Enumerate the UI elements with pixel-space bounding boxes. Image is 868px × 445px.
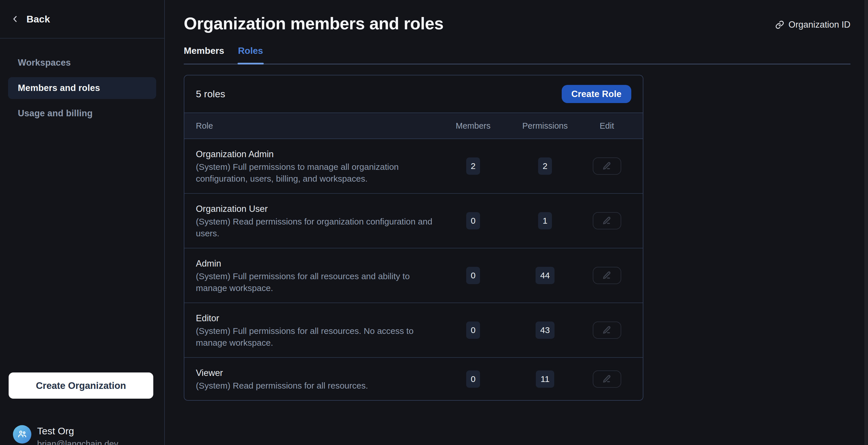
permissions-count-badge: 2 [538,157,552,175]
edit-role-button[interactable] [593,370,621,388]
organization-id-label: Organization ID [788,20,850,30]
users-icon [17,429,28,440]
role-name: Viewer [196,366,439,380]
permissions-cell: 1 [508,212,582,229]
table-row: Organization Admin (System) Full permiss… [184,139,643,194]
edit-role-button[interactable] [593,212,621,229]
role-name: Editor [196,312,439,325]
members-count-badge: 2 [466,157,480,175]
sidebar-item-members-and-roles[interactable]: Members and roles [8,77,156,99]
permissions-cell: 11 [508,370,582,388]
tab-members[interactable]: Members [184,46,224,64]
role-name: Organization Admin [196,148,439,161]
table-row: Admin (System) Full permissions for all … [184,248,643,303]
pencil-icon [602,325,612,335]
pencil-icon [602,161,612,171]
sidebar-item-label: Workspaces [18,58,71,68]
page-header: Organization members and roles Organizat… [184,0,850,34]
chevron-left-icon [11,15,20,23]
sidebar-nav: Workspaces Members and roles Usage and b… [0,38,164,124]
app-root: Back Workspaces Members and roles Usage … [0,0,868,445]
pencil-icon [602,374,612,384]
edit-cell [582,157,631,175]
edit-role-button[interactable] [593,267,621,284]
role-cell: Viewer (System) Read permissions for all… [196,366,439,391]
members-count-badge: 0 [466,267,480,284]
role-description: (System) Full permissions for all resour… [196,270,435,294]
role-name: Organization User [196,202,439,216]
members-cell: 2 [439,157,508,175]
sidebar-item-label: Usage and billing [18,108,93,119]
members-cell: 0 [439,370,508,388]
column-header-members: Members [439,121,508,131]
roles-panel-header: 5 roles Create Role [184,76,643,113]
edit-cell [582,212,631,229]
link-icon [775,20,784,29]
pencil-icon [602,216,612,226]
back-button[interactable]: Back [0,0,164,38]
sidebar-item-workspaces[interactable]: Workspaces [8,52,156,74]
role-cell: Editor (System) Full permissions for all… [196,312,439,349]
org-email: brian@langchain.dev [37,439,118,445]
edit-cell [582,322,631,339]
role-description: (System) Read permissions for organizati… [196,216,435,239]
edit-cell [582,267,631,284]
permissions-count-badge: 11 [536,370,554,388]
sidebar-item-usage-and-billing[interactable]: Usage and billing [8,102,156,124]
roles-table-body: Organization Admin (System) Full permiss… [184,139,643,400]
role-description: (System) Read permissions for all resour… [196,380,435,391]
table-row: Organization User (System) Read permissi… [184,194,643,248]
org-info: Test Org brian@langchain.dev [37,425,118,445]
members-count-badge: 0 [466,370,480,388]
members-cell: 0 [439,267,508,284]
members-count-badge: 0 [466,212,480,229]
column-header-edit: Edit [582,121,631,131]
role-description: (System) Full permissions to manage all … [196,161,435,184]
org-switcher[interactable]: Test Org brian@langchain.dev [13,425,118,445]
role-cell: Organization User (System) Read permissi… [196,202,439,239]
permissions-cell: 43 [508,322,582,339]
create-role-button[interactable]: Create Role [562,85,631,103]
members-cell: 0 [439,212,508,229]
column-header-role: Role [196,121,439,131]
tab-bar: Members Roles [184,46,850,64]
permissions-count-badge: 1 [538,212,552,229]
roles-table-header: Role Members Permissions Edit [184,113,643,139]
permissions-count-badge: 43 [535,322,554,339]
members-count-badge: 0 [466,322,480,339]
table-row: Editor (System) Full permissions for all… [184,303,643,358]
page-title: Organization members and roles [184,13,443,34]
back-label: Back [27,13,50,25]
sidebar: Back Workspaces Members and roles Usage … [0,0,165,445]
permissions-cell: 2 [508,157,582,175]
roles-count: 5 roles [196,88,225,99]
roles-panel: 5 roles Create Role Role Members Permiss… [184,75,643,401]
role-cell: Admin (System) Full permissions for all … [196,257,439,294]
permissions-cell: 44 [508,267,582,284]
permissions-count-badge: 44 [535,267,554,284]
edit-cell [582,370,631,388]
edit-role-button[interactable] [593,322,621,339]
table-row: Viewer (System) Read permissions for all… [184,358,643,400]
edit-role-button[interactable] [593,157,621,175]
scrollbar-track[interactable] [865,0,868,445]
create-organization-button[interactable]: Create Organization [9,373,153,399]
sidebar-item-label: Members and roles [18,83,100,93]
org-name: Test Org [37,425,118,437]
pencil-icon [602,270,612,280]
role-description: (System) Full permissions for all resour… [196,325,435,349]
column-header-permissions: Permissions [508,121,582,131]
members-cell: 0 [439,322,508,339]
role-cell: Organization Admin (System) Full permiss… [196,148,439,184]
tab-roles[interactable]: Roles [238,46,263,64]
org-avatar [13,425,31,444]
main-content: Organization members and roles Organizat… [165,0,868,445]
organization-id-link[interactable]: Organization ID [775,20,850,30]
role-name: Admin [196,257,439,270]
